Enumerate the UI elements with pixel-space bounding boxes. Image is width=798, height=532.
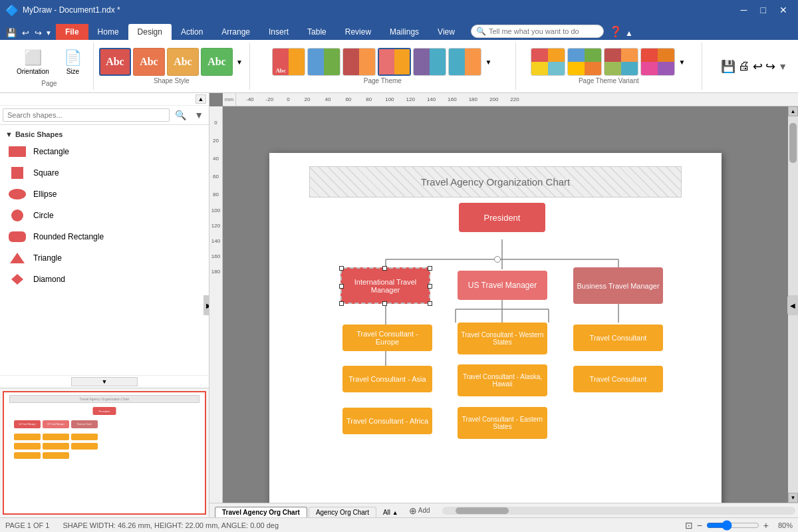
status-icon-1[interactable]: ⊡: [685, 520, 693, 531]
shape-search-input[interactable]: [3, 108, 170, 122]
orientation-button[interactable]: ⬜ Orientation: [11, 46, 55, 78]
ribbon-save-icon[interactable]: 💾: [721, 59, 735, 74]
sidebar-expand-handle[interactable]: ▶: [203, 295, 209, 315]
shape-style-1[interactable]: Abc: [99, 48, 131, 76]
ribbon-collapse-icon[interactable]: ▲: [625, 29, 633, 38]
tab-design[interactable]: Design: [128, 24, 172, 40]
page-info: PAGE 1 OF 1: [5, 521, 49, 529]
tab-insert[interactable]: Insert: [259, 24, 298, 40]
tab-agency-org-chart[interactable]: Agency Org Chart: [309, 507, 376, 517]
ribbon-search-input[interactable]: [471, 25, 604, 38]
ribbon-redo-icon[interactable]: ↪: [765, 59, 775, 74]
variant-dropdown-icon[interactable]: ▼: [677, 56, 686, 68]
tab-file[interactable]: File: [56, 24, 88, 40]
maximize-button[interactable]: □: [755, 3, 771, 17]
page-theme-4[interactable]: [378, 48, 411, 76]
page-theme-2[interactable]: [307, 48, 340, 76]
h-scroll-thumb[interactable]: [456, 507, 509, 514]
sidebar-scroll-down[interactable]: ▼: [71, 377, 138, 386]
qat-dropdown-icon[interactable]: ▼: [45, 29, 52, 37]
variant-2[interactable]: [567, 48, 602, 76]
shape-style-2[interactable]: Abc: [133, 48, 165, 76]
status-bar: PAGE 1 OF 1 SHAPE WIDTH: 46.26 mm, HEIGH…: [0, 517, 798, 532]
node-intl-travel[interactable]: International Travel Manager: [340, 267, 430, 304]
shape-label-rounded-rect: Rounded Rectangle: [33, 232, 104, 241]
redo-qat-icon[interactable]: ↪: [33, 28, 44, 38]
tab-action[interactable]: Action: [172, 24, 212, 40]
variant-3[interactable]: [604, 48, 638, 76]
node-tc-consultant-2[interactable]: Travel Consultant: [573, 366, 663, 392]
qat: 💾 ↩ ↪ ▼: [0, 28, 56, 38]
page-theme-group: Abc: [250, 43, 516, 90]
tab-table[interactable]: Table: [298, 24, 336, 40]
tab-review[interactable]: Review: [336, 24, 380, 40]
right-panel-expand-handle[interactable]: ◀: [787, 295, 798, 315]
node-tc-consultant-1[interactable]: Travel Consultant: [573, 325, 663, 351]
scroll-up-button[interactable]: ▲: [788, 106, 798, 116]
size-button[interactable]: 📄 Size: [58, 46, 88, 78]
node-tc-alaska[interactable]: Travel Consultant - Alaska, Hawaii: [458, 364, 547, 396]
tab-all-button[interactable]: All ▲: [378, 507, 404, 517]
ribbon-undo-icon[interactable]: ↩: [753, 59, 763, 74]
search-icon-button[interactable]: 🔍: [172, 108, 189, 122]
shape-item-ellipse[interactable]: Ellipse: [0, 184, 209, 205]
page-theme-5[interactable]: [413, 48, 446, 76]
tab-home[interactable]: Home: [88, 24, 128, 40]
variant-1[interactable]: [531, 48, 565, 76]
shape-item-rounded-rect[interactable]: Rounded Rectangle: [0, 226, 209, 247]
scroll-down-button[interactable]: ▼: [788, 493, 798, 503]
tab-add-button[interactable]: ⊕ Add: [405, 504, 434, 517]
sel-handle-tl: [339, 266, 344, 271]
node-tc-europe[interactable]: Travel Consultant - Europe: [342, 325, 432, 351]
shape-item-diamond[interactable]: Diamond: [0, 269, 209, 290]
shape-item-circle[interactable]: Circle: [0, 205, 209, 226]
tab-mailings[interactable]: Mailings: [380, 24, 428, 40]
shape-item-triangle[interactable]: Triangle: [0, 247, 209, 269]
node-tc-africa[interactable]: Travel Consultant - Africa: [342, 408, 432, 434]
shape-label-ellipse: Ellipse: [33, 190, 57, 199]
save-qat-icon[interactable]: 💾: [4, 28, 19, 38]
ribbon-print-icon[interactable]: 🖨: [738, 59, 750, 73]
page-theme-3[interactable]: [342, 48, 376, 76]
page-theme-dropdown-icon[interactable]: ▼: [483, 56, 493, 68]
shape-info: SHAPE WIDTH: 46.26 mm, HEIGHT: 22.00 mm,…: [63, 521, 279, 529]
shape-item-square[interactable]: Square: [0, 162, 209, 184]
node-tc-asia[interactable]: Travel Consultant - Asia: [342, 366, 432, 392]
zoom-slider[interactable]: [706, 520, 759, 531]
node-biz-travel[interactable]: Business Travel Manager: [573, 267, 663, 304]
tab-arrange[interactable]: Arrange: [212, 24, 259, 40]
node-tc-eastern[interactable]: Travel Consultant - Eastern States: [458, 407, 547, 439]
shape-style-4[interactable]: Abc: [201, 48, 233, 76]
minimize-button[interactable]: ─: [735, 3, 753, 17]
close-button[interactable]: ✕: [774, 3, 793, 17]
scroll-thumb[interactable]: [789, 123, 797, 163]
tab-view[interactable]: View: [428, 24, 464, 40]
shape-style-3[interactable]: Abc: [167, 48, 199, 76]
shape-item-rectangle[interactable]: Rectangle: [0, 141, 209, 162]
sidebar: ▲ 🔍 ▼ ▼ Basic Shapes Rectangle: [0, 93, 209, 517]
sel-handle-tm: [382, 266, 387, 271]
tab-travel-agency-org-chart[interactable]: Travel Agency Org Chart: [215, 507, 307, 517]
horizontal-scrollbar[interactable]: [442, 507, 795, 515]
page-theme-1[interactable]: Abc: [272, 48, 305, 76]
help-icon[interactable]: ❓: [609, 25, 622, 38]
page-theme-6[interactable]: [448, 48, 481, 76]
zoom-in-button[interactable]: +: [763, 520, 769, 531]
node-tc-western[interactable]: Travel Consultant - Western States: [458, 323, 547, 354]
vertical-ruler: 0 20 40 60 80 100 120 140 160 180: [209, 106, 223, 503]
app-title: MyDraw - Document1.ndx *: [23, 5, 120, 15]
shape-label-triangle: Triangle: [33, 253, 62, 263]
shape-style-dropdown-icon[interactable]: ▼: [235, 57, 244, 67]
node-president[interactable]: President: [459, 203, 545, 232]
sidebar-scroll-up[interactable]: ▲: [196, 94, 206, 104]
ribbon-expand-icon[interactable]: ▼: [778, 61, 787, 72]
shape-label-circle: Circle: [33, 211, 54, 220]
rectangle-icon: [8, 145, 27, 158]
zoom-out-button[interactable]: −: [697, 520, 702, 531]
undo-qat-icon[interactable]: ↩: [20, 28, 31, 38]
search-dropdown-button[interactable]: ▼: [192, 108, 206, 122]
basic-shapes-category[interactable]: ▼ Basic Shapes: [0, 128, 209, 141]
canvas-scroll-area[interactable]: Travel Agency Organization Chart: [223, 106, 788, 503]
node-us-travel[interactable]: US Travel Manager: [458, 271, 547, 300]
variant-4[interactable]: [640, 48, 675, 76]
